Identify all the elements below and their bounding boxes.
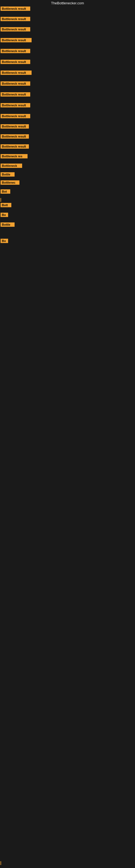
badge-15: Bottleneck res: [1, 154, 28, 158]
badge-21: Bo: [1, 213, 8, 217]
vline-1: [1, 198, 1, 202]
badge-13: Bottleneck result: [1, 134, 29, 138]
badge-22: Bottle: [1, 222, 14, 227]
badge-23: Bo: [1, 239, 8, 243]
badge-10: Bottleneck result: [1, 103, 30, 107]
badge-17: Bottle: [1, 172, 14, 177]
badge-18: Bottlenec: [1, 180, 19, 185]
badge-9: Bottleneck result: [1, 92, 30, 97]
badge-4: Bottleneck result: [1, 38, 32, 42]
badge-6: Bottleneck result: [1, 60, 30, 64]
badge-5: Bottleneck result: [1, 49, 30, 53]
badge-1: Bottleneck result: [1, 6, 30, 11]
badge-14: Bottleneck result: [1, 144, 29, 149]
vline-2: [1, 861, 1, 865]
badge-12: Bottleneck result: [1, 124, 29, 129]
badge-20: Bott: [1, 203, 11, 207]
badge-19: Bot: [1, 189, 10, 194]
badge-11: Bottleneck result: [1, 114, 30, 118]
badge-3: Bottleneck result: [1, 27, 30, 31]
badge-2: Bottleneck result: [1, 17, 30, 21]
badge-16: Bottleneck: [1, 163, 22, 168]
badge-8: Bottleneck result: [1, 82, 30, 86]
badge-7: Bottleneck result: [1, 70, 32, 75]
